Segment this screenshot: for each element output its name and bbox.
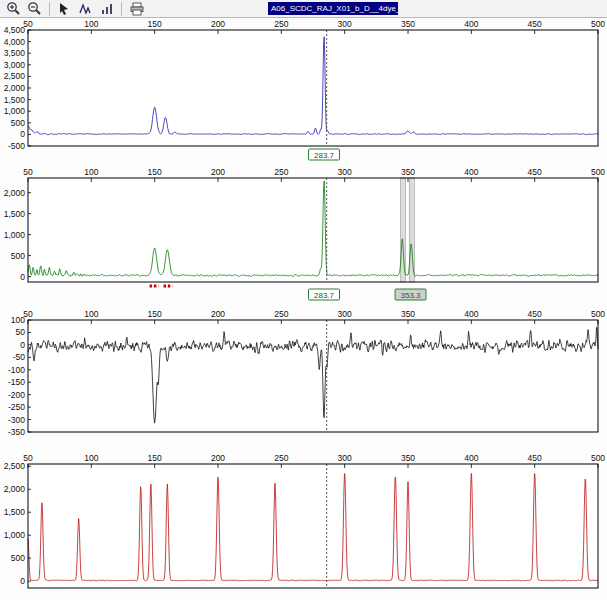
plot-area[interactable]: [28, 178, 598, 282]
x-axis-label: 50: [23, 167, 33, 177]
y-axis-label: 500: [11, 553, 25, 563]
plot-area[interactable]: [28, 464, 598, 588]
x-axis-label: 450: [528, 19, 542, 29]
x-axis-label: 150: [148, 309, 162, 319]
y-axis-label: 4,000: [4, 37, 26, 47]
x-axis-label: 400: [464, 453, 478, 463]
x-axis-label: 150: [148, 167, 162, 177]
x-axis-label: 300: [338, 309, 352, 319]
x-axis-label: 300: [338, 19, 352, 29]
zoom-in-icon[interactable]: [3, 0, 23, 18]
y-axis-label: -150: [8, 377, 25, 387]
x-axis-label: 250: [274, 453, 288, 463]
peak-size-label-text: 283.7: [314, 291, 335, 300]
x-axis-label: 200: [211, 453, 225, 463]
x-axis-label: 200: [211, 19, 225, 29]
x-axis-label: 350: [401, 309, 415, 319]
y-axis-label: 2,500: [4, 71, 26, 81]
x-axis-label: 200: [211, 167, 225, 177]
y-axis-label: -500: [8, 141, 25, 151]
sizing-tool-icon[interactable]: [96, 0, 116, 18]
x-axis-label: 500: [591, 167, 605, 177]
x-axis-label: 500: [591, 19, 605, 29]
window-title-bar[interactable]: A06_SCDC_RAJ_X01_b_D__4dye__397174_024.f…: [268, 2, 398, 15]
peaks-tool-icon[interactable]: [75, 0, 95, 18]
x-axis-label: 250: [274, 167, 288, 177]
panel-dye-black: 50100150200250300350400450500100500-50-1…: [0, 308, 607, 438]
x-axis-label: 500: [591, 309, 605, 319]
app-window: A06_SCDC_RAJ_X01_b_D__4dye__397174_024.f…: [0, 0, 607, 600]
x-axis-label: 450: [528, 167, 542, 177]
electropherogram-panels: 501001502002503003504004505004,5004,0003…: [0, 18, 607, 594]
y-axis-label: -350: [8, 427, 25, 437]
y-axis-label: -100: [8, 365, 25, 375]
x-axis-label: 450: [528, 309, 542, 319]
y-axis-label: 2,000: [4, 484, 26, 494]
y-axis-label: 500: [11, 118, 25, 128]
zoom-out-icon[interactable]: [24, 0, 44, 18]
peak-size-label-text: 353.3: [401, 291, 422, 300]
x-axis-label: 250: [274, 19, 288, 29]
y-axis-label: 1,000: [4, 230, 26, 240]
x-axis-label: 100: [84, 453, 98, 463]
y-axis-label: 1,500: [4, 95, 26, 105]
panel-dye-blue: 501001502002503003504004505004,5004,0003…: [0, 18, 607, 166]
x-axis-label: 250: [274, 309, 288, 319]
x-axis-label: 350: [401, 453, 415, 463]
x-axis-label: 100: [84, 309, 98, 319]
print-icon[interactable]: [126, 0, 146, 18]
x-axis-label: 300: [338, 453, 352, 463]
toolbar: A06_SCDC_RAJ_X01_b_D__4dye__397174_024.f…: [0, 0, 607, 18]
y-axis-label: 0: [20, 129, 25, 139]
panel-size-standard-red: 501001502002503003504004505002,5002,0001…: [0, 452, 607, 594]
y-axis-label: 3,000: [4, 60, 26, 70]
y-axis-label: 1,000: [4, 106, 26, 116]
y-axis-label: -200: [8, 390, 25, 400]
plot-area[interactable]: [28, 320, 598, 432]
y-axis-label: 50: [16, 327, 26, 337]
plot-area[interactable]: [28, 30, 598, 146]
y-axis-label: 0: [20, 576, 25, 586]
toolbar-icons: [3, 0, 147, 18]
y-axis-label: 1,500: [4, 209, 26, 219]
y-axis-label: 0: [20, 340, 25, 350]
panel-dye-green: 501001502002503003504004505002,0001,5001…: [0, 166, 607, 308]
selection-band[interactable]: [409, 178, 414, 282]
y-axis-label: 4,500: [4, 25, 26, 35]
x-axis-label: 450: [528, 453, 542, 463]
x-axis-label: 400: [464, 167, 478, 177]
y-axis-label: 3,500: [4, 48, 26, 58]
x-axis-label: 150: [148, 453, 162, 463]
toolbar-separator: [49, 2, 50, 16]
y-axis-label: 1,000: [4, 530, 26, 540]
x-axis-label: 400: [464, 19, 478, 29]
x-axis-label: 100: [84, 19, 98, 29]
peak-size-label-text: 283.7: [314, 151, 335, 160]
y-axis-label: 2,500: [4, 461, 26, 471]
toolbar-separator: [121, 2, 122, 16]
x-axis-label: 350: [401, 19, 415, 29]
x-axis-label: 300: [338, 167, 352, 177]
selection-band[interactable]: [400, 178, 405, 282]
x-axis-label: 150: [148, 19, 162, 29]
y-axis-label: -300: [8, 415, 25, 425]
x-axis-label: 100: [84, 167, 98, 177]
x-axis-label: 500: [591, 453, 605, 463]
x-axis-label: 400: [464, 309, 478, 319]
y-axis-label: 500: [11, 251, 25, 261]
file-name: A06_SCDC_RAJ_X01_b_D__4dye__397174_024.f…: [271, 4, 398, 13]
y-axis-label: -50: [13, 352, 26, 362]
y-axis-label: 0: [20, 272, 25, 282]
y-axis-label: 1,500: [4, 507, 26, 517]
select-tool-icon[interactable]: [54, 0, 74, 18]
y-axis-label: 2,000: [4, 188, 26, 198]
y-axis-label: -250: [8, 402, 25, 412]
x-axis-label: 350: [401, 167, 415, 177]
y-axis-label: 100: [11, 315, 25, 325]
x-axis-label: 200: [211, 309, 225, 319]
y-axis-label: 2,000: [4, 83, 26, 93]
